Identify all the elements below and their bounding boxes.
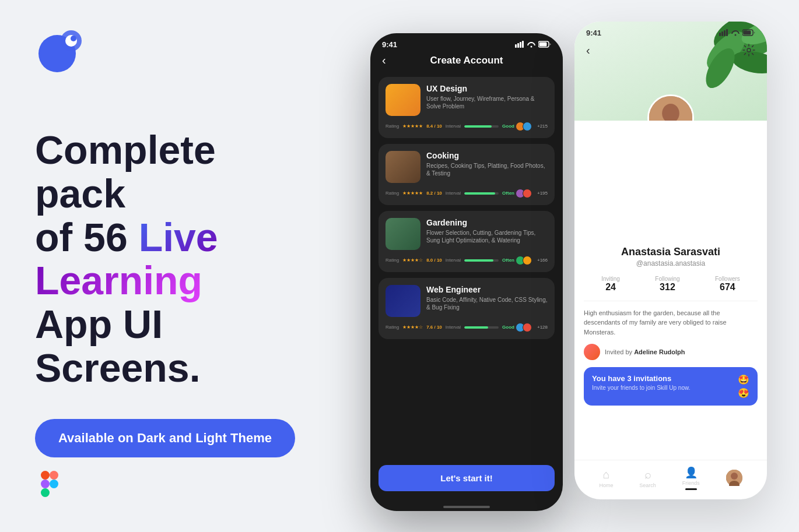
invited-avatar xyxy=(584,344,600,360)
stat-following: Following 312 xyxy=(655,276,679,293)
profile-bio: High enthusiasm for the garden, because … xyxy=(584,308,758,337)
course-avatars-cooking xyxy=(518,189,532,198)
course-thumb-cooking xyxy=(386,151,420,183)
nav-avatar[interactable] xyxy=(726,470,742,486)
svg-point-8 xyxy=(50,480,58,488)
nav-friends[interactable]: 👤 Friends xyxy=(682,466,700,490)
course-desc-ux: User flow, Journey, Wireframe, Persona &… xyxy=(426,95,548,110)
course-info-ux: UX Design User flow, Journey, Wireframe,… xyxy=(426,84,548,116)
invitation-emojis: 🤩 😍 xyxy=(738,374,749,399)
headline: Complete pack of 56 Live Learning App UI… xyxy=(35,128,303,390)
course-thumb-garden xyxy=(386,218,420,250)
course-info-web: Web Engineer Basic Code, Affinity, Nativ… xyxy=(426,285,548,317)
figma-logo xyxy=(35,468,64,497)
course-desc-web: Basic Code, Affinity, Native Code, CSS S… xyxy=(426,296,548,311)
light-status-time: 9:41 xyxy=(586,29,601,37)
phones-area: 9:41 ‹ Create Account xyxy=(338,0,799,532)
svg-rect-7 xyxy=(41,488,50,497)
svg-point-34 xyxy=(731,473,738,480)
svg-point-3 xyxy=(71,36,76,41)
course-bar-ux xyxy=(464,125,499,128)
course-meta-cooking: Rating ★★★★★ 8.2 / 10 Interval Often +19… xyxy=(386,189,548,198)
svg-rect-15 xyxy=(539,43,547,47)
light-status-icons xyxy=(719,29,755,36)
svg-rect-5 xyxy=(50,471,58,480)
invitation-card[interactable]: You have 3 invitations Invite your frien… xyxy=(584,367,758,406)
course-desc-garden: Flower Selection, Cutting, Gardening Tip… xyxy=(426,229,548,244)
svg-rect-22 xyxy=(719,33,721,36)
stat-followers: Followers 674 xyxy=(715,276,740,293)
svg-rect-28 xyxy=(744,31,751,35)
svg-rect-23 xyxy=(721,31,723,36)
course-card-cooking[interactable]: Cooking Recipes, Cooking Tips, Platting,… xyxy=(379,144,555,205)
logo xyxy=(35,23,87,76)
left-section: Complete pack of 56 Live Learning App UI… xyxy=(0,0,338,532)
stat-inviting: Inviting 24 xyxy=(601,276,620,293)
profile-avatar-wrap xyxy=(647,94,694,121)
course-card-garden[interactable]: Gardening Flower Selection, Cutting, Gar… xyxy=(379,211,555,272)
svg-rect-12 xyxy=(522,41,524,48)
light-phone: 9:41 ‹ xyxy=(574,22,767,499)
course-desc-cooking: Recipes, Cooking Tips, Platting, Food Ph… xyxy=(426,162,548,177)
course-list: UX Design User flow, Journey, Wireframe,… xyxy=(370,72,563,460)
course-thumb-ux xyxy=(386,84,420,116)
course-bar-garden xyxy=(464,259,499,262)
profile-content: Anastasia Sarasvati @anastasia.anastasia… xyxy=(574,121,767,460)
profile-name: Anastasia Sarasvati xyxy=(584,246,758,258)
svg-rect-10 xyxy=(517,43,519,48)
nav-search[interactable]: ⌕ Search xyxy=(639,468,656,488)
dark-header: ‹ Create Account xyxy=(370,52,563,72)
settings-icon[interactable] xyxy=(742,44,755,57)
course-title-garden: Gardening xyxy=(426,218,548,227)
course-meta-garden: Rating ★★★★☆ 8.0 / 10 Interval Often +16… xyxy=(386,256,548,265)
friends-icon: 👤 xyxy=(685,466,698,479)
headline-line2: of 56 Live Learning xyxy=(35,216,303,303)
course-meta-web: Rating ★★★★☆ 7.6 / 10 Interval Good +128 xyxy=(386,323,548,332)
course-thumb-web xyxy=(386,285,420,317)
course-info-garden: Gardening Flower Selection, Cutting, Gar… xyxy=(426,218,548,250)
lets-start-button[interactable]: Let's start it! xyxy=(379,465,555,491)
course-avatars-garden xyxy=(518,256,532,265)
course-bar-cooking xyxy=(464,192,499,195)
invited-text: Invited by Adeline Rudolph xyxy=(605,348,685,355)
invitation-content: You have 3 invitations Invite your frien… xyxy=(592,374,690,391)
theme-cta-button[interactable]: Available on Dark and Light Theme xyxy=(35,419,295,457)
course-info-cooking: Cooking Recipes, Cooking Tips, Platting,… xyxy=(426,151,548,183)
home-icon: ⌂ xyxy=(602,468,609,481)
headline-line3: App UI Screens. xyxy=(35,302,303,390)
course-meta-ux: Rating ★★★★★ 8.4 / 10 Interval Good +215 xyxy=(386,122,548,131)
svg-rect-9 xyxy=(515,44,517,48)
dark-status-icons xyxy=(515,41,551,48)
course-bar-web xyxy=(464,326,499,329)
nav-active-indicator xyxy=(685,488,697,490)
back-button[interactable]: ‹ xyxy=(382,54,386,67)
svg-rect-11 xyxy=(520,42,521,48)
svg-rect-25 xyxy=(726,29,728,36)
dark-home-indicator xyxy=(370,499,563,511)
course-card-ux[interactable]: UX Design User flow, Journey, Wireframe,… xyxy=(379,77,555,138)
svg-rect-24 xyxy=(724,30,726,36)
dark-status-time: 9:41 xyxy=(382,40,397,49)
headline-line1: Complete pack xyxy=(35,128,303,216)
course-card-web[interactable]: Web Engineer Basic Code, Affinity, Nativ… xyxy=(379,278,555,339)
dark-header-title: Create Account xyxy=(430,55,503,66)
search-icon: ⌕ xyxy=(644,468,651,481)
profile-handle: @anastasia.anastasia xyxy=(584,259,758,267)
course-title-ux: UX Design xyxy=(426,84,548,93)
dark-status-bar: 9:41 xyxy=(370,33,563,52)
svg-rect-4 xyxy=(41,471,50,480)
course-avatars-web xyxy=(518,323,532,332)
light-back-button[interactable]: ‹ xyxy=(586,44,590,57)
invited-by: Invited by Adeline Rudolph xyxy=(584,344,758,360)
svg-rect-6 xyxy=(41,480,50,488)
course-title-cooking: Cooking xyxy=(426,151,548,160)
profile-stats: Inviting 24 Following 312 Followers 674 xyxy=(584,276,758,301)
svg-point-26 xyxy=(735,34,737,36)
course-title-web: Web Engineer xyxy=(426,285,548,294)
light-status-bar: 9:41 xyxy=(574,22,767,40)
nav-home[interactable]: ⌂ Home xyxy=(599,468,613,488)
svg-point-29 xyxy=(747,48,751,52)
svg-point-13 xyxy=(531,46,532,48)
dark-phone: 9:41 ‹ Create Account xyxy=(370,33,563,511)
nav-profile-avatar xyxy=(726,470,742,486)
